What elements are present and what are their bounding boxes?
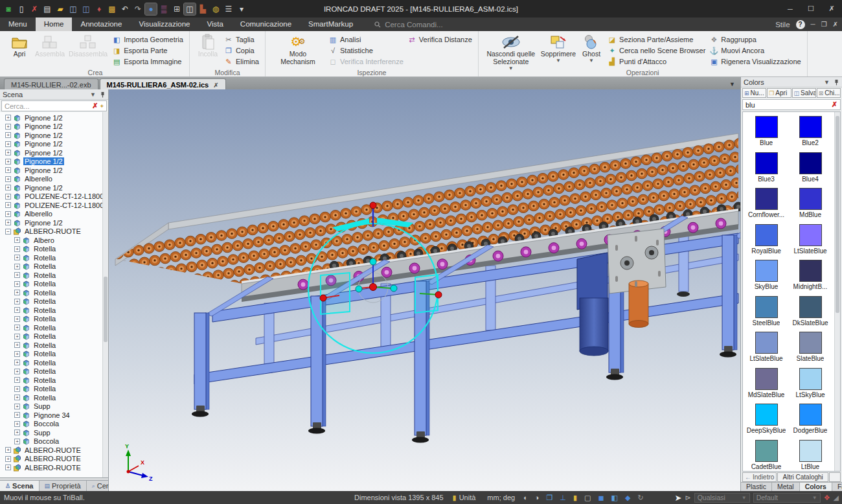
panel-tab-proprietà[interactable]: ▤Proprietà [40,481,87,491]
expand-icon[interactable]: + [5,115,11,120]
tree-item[interactable]: +Pignone 1/2 [0,131,108,140]
shaded-view-icon[interactable]: ● [145,3,157,15]
color-swatch[interactable]: LtSlateBlue [744,332,788,368]
expand-icon[interactable]: + [14,325,20,330]
tree-item[interactable]: +Rotella [0,245,108,254]
tab-vista[interactable]: Vista [198,17,231,31]
pin-icon[interactable] [100,91,106,98]
expand-icon[interactable]: + [14,246,20,252]
button-esporta-parte[interactable]: ◨Esporta Parte [112,45,183,56]
expand-icon[interactable]: + [14,412,20,418]
tab-smartmarkup[interactable]: SmartMarkup [300,17,361,31]
color-swatch[interactable]: DeepSkyBlue [744,404,788,440]
tree-item[interactable]: +Rotella [0,358,108,367]
undo-icon[interactable]: ↶ [119,3,131,15]
tree-item[interactable]: +Rotella [0,323,108,332]
expand-icon[interactable]: + [5,141,11,147]
minimize-button[interactable]: ─ [780,0,801,17]
button-apri[interactable]: Apri [6,32,33,59]
tree-item[interactable]: +Pignone 1/2 [0,140,108,149]
button-ghost[interactable]: Ghost▼ [578,32,605,65]
button-raggruppa[interactable]: ❖Raggruppa [709,34,801,45]
expand-icon[interactable]: + [5,159,11,165]
color-swatch[interactable]: DkSlateBlue [788,296,832,332]
box-select-icon[interactable]: ▢ [584,494,591,501]
triball-indicator-icon[interactable]: ⊥ [560,494,566,501]
panels-icon[interactable]: ◫ [184,3,196,15]
button-taglia[interactable]: ✂Taglia [224,34,259,45]
style-label[interactable]: Stile [775,21,790,29]
help-icon[interactable]: ? [796,20,805,29]
maximize-button[interactable]: ☐ [801,0,821,17]
tree-item[interactable]: +Pignone 1/2 [0,122,108,132]
tab-annotazione[interactable]: Annotazione [72,17,130,31]
color-swatch[interactable]: RoyalBlue [744,224,788,260]
tree-item[interactable]: +Rotella [0,306,108,315]
pick-menu-icon[interactable]: ⊳ [685,494,690,501]
color-swatch[interactable]: Blue3 [744,152,788,189]
tree-item[interactable]: +Rotella [0,376,108,385]
configuration-dropdown[interactable]: Default▼ [753,493,821,503]
scene-list-icon[interactable]: ☰ [223,3,234,15]
color-swatch[interactable]: SkyBlue [744,260,788,296]
tree-item[interactable]: +Pignone 1/2 [0,148,108,157]
button-rigenera-visualizzazione[interactable]: ▣Rigenera Visualizzazione [709,56,801,67]
anchor-icon[interactable]: ▮ [573,494,577,501]
expand-icon[interactable]: + [5,194,11,200]
expand-icon[interactable]: + [14,421,20,427]
render-settings-icon[interactable]: ▒ [158,3,170,15]
expand-icon[interactable]: + [5,185,11,190]
expand-icon[interactable]: + [14,237,20,243]
colors-search-box[interactable]: blu ✗ [742,99,841,110]
tree-item[interactable]: +Pignone 1/2 [0,113,108,122]
expand-icon[interactable]: + [5,124,11,130]
color-swatch[interactable]: SteelBlue [744,296,788,332]
new-file-icon[interactable]: ▯ [16,3,27,15]
3d-viewport[interactable]: YXZ [109,89,740,491]
colors-panel-dropdown-icon[interactable]: ▼ [824,79,830,86]
tree-item[interactable]: +Alberello [0,210,108,219]
catalog-button-chi[interactable]: ⊠Chi... [817,88,841,98]
button-sopprimere[interactable]: Sopprimere▼ [539,32,578,65]
save-as-icon[interactable]: ◫ [80,3,92,15]
tree-item[interactable]: +Supp [0,402,108,411]
catalog-tab-metal[interactable]: Metal [772,483,800,491]
back-button[interactable]: ← Indietro [742,472,777,482]
tree-item[interactable]: +Rotella [0,315,108,324]
expand-icon[interactable]: + [14,255,20,260]
tree-item[interactable]: +Supp [0,428,108,437]
close-file-icon[interactable]: ✗ [28,3,40,15]
document-tab[interactable]: M145-RULLIERA6_ASM-02.ics✗ [100,78,226,89]
expand-icon[interactable]: + [14,334,20,339]
button-importa-geometria[interactable]: ◧Importa Geometria [112,34,183,45]
expand-icon[interactable]: + [14,272,20,278]
tree-item[interactable]: +Boccola [0,420,108,429]
pair-cubes-icon[interactable]: ◧ [611,494,618,501]
button-analisi[interactable]: ▥Analisi [328,34,404,45]
scene-search-box[interactable]: Cerca... ✗ ✦ [1,100,107,111]
expand-icon[interactable]: + [14,369,20,374]
color-swatch[interactable]: DodgerBlue [788,404,832,440]
tree-item[interactable]: +Rotella [0,271,108,280]
button-nascondi-quelle-selezionate[interactable]: Nascondi quelle Selezionate▼ [483,32,539,72]
tab-comunicazione[interactable]: Comunicazione [232,17,300,31]
color-swatch[interactable]: LtBlue [788,440,832,472]
expand-icon[interactable]: + [14,342,20,348]
button-muovi-ancora[interactable]: ⚓Muovi Ancora [709,45,801,56]
tree-item[interactable]: +Rotella [0,262,108,271]
tree-item[interactable]: +Boccola [0,437,108,446]
expand-icon[interactable]: + [5,132,11,138]
clear-search-icon[interactable]: ✗ [91,102,99,110]
shaded-icon[interactable]: ◐ [523,494,528,501]
expand-icon[interactable]: + [5,220,11,225]
search-filter-icon[interactable]: ✦ [99,103,105,109]
collapse-icon[interactable]: − [5,229,11,235]
expand-icon[interactable]: + [14,264,20,269]
tree-item[interactable]: +ALBERO-RUOTE [0,463,108,472]
color-swatch[interactable]: LtSlateBlue [788,224,832,260]
color-swatch[interactable]: MdSlateBlue [744,368,788,404]
expand-icon[interactable]: + [5,167,11,173]
tree-item[interactable]: +Albero [0,236,108,245]
expand-icon[interactable]: + [14,299,20,304]
new-from-template-icon[interactable]: ▤ [41,3,53,15]
